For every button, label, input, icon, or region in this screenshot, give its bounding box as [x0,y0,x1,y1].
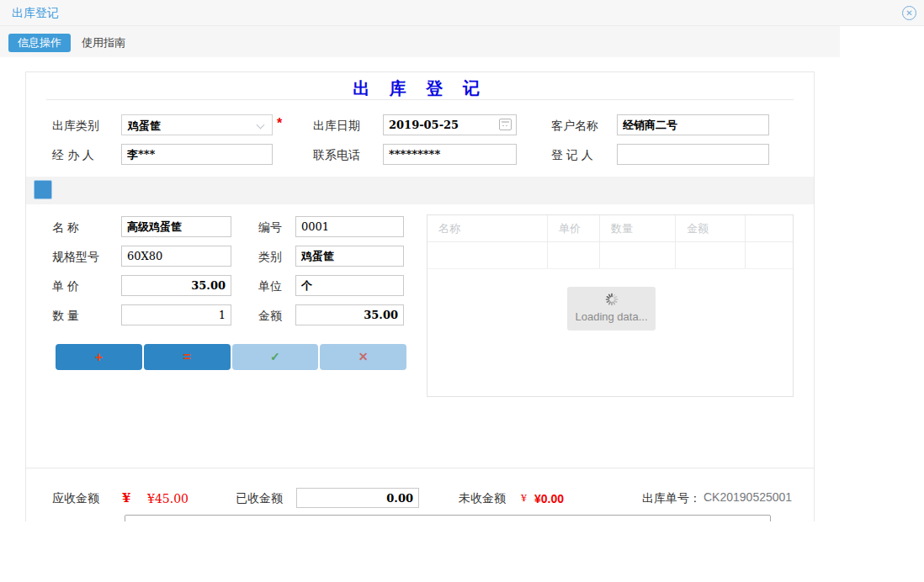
item-price-input[interactable] [121,275,231,296]
unreceived-label: 未收金额 [459,491,506,506]
item-name-label: 名 称 [52,220,79,235]
tab-user-guide[interactable]: 使用指南 [82,34,125,52]
item-qty-input[interactable] [121,304,231,325]
customer-label: 客户名称 [551,119,598,134]
loading-indicator: Loading data... [567,287,656,331]
remarks-box[interactable] [125,515,771,521]
col-header-amount: 金额 [676,215,746,241]
item-category-label: 类别 [258,250,282,265]
toolbar-band [26,177,814,204]
confirm-button[interactable]: ✓ [232,344,319,370]
spinner-icon [605,293,619,306]
col-header-extra [746,215,793,241]
item-spec-input[interactable] [121,246,231,267]
handler-label: 经 办 人 [52,148,94,163]
phone-input[interactable] [383,144,517,165]
add-item-button[interactable]: + [56,344,142,370]
item-unit-label: 单位 [258,279,282,294]
dialog-content: 信息操作 使用指南 出 库 登 记 出库类别 鸡蛋筐 * 出库日期 客户名称 经… [0,26,840,521]
item-amount-label: 金额 [258,309,282,324]
chevron-down-icon [257,121,265,130]
tabstrip: 信息操作 使用指南 [0,26,840,57]
items-table-header: 名称 单价 数量 金额 [427,215,793,242]
item-code-input[interactable] [295,216,404,237]
order-no-label: 出库单号： [642,491,701,506]
tab-info-operation[interactable]: 信息操作 [8,34,71,52]
out-type-select[interactable]: 鸡蛋筐 [121,114,273,135]
form-title: 出 库 登 记 [26,77,814,100]
unreceived-amount: ¥0.00 [534,492,564,505]
cancel-button[interactable]: ✕ [320,344,406,370]
form-panel: 出 库 登 记 出库类别 鸡蛋筐 * 出库日期 客户名称 经 办 人 联系电话 … [25,71,815,521]
received-label: 已收金额 [236,491,283,506]
out-date-label: 出库日期 [313,119,360,134]
item-unit-input[interactable] [295,275,404,296]
item-spec-label: 规格型号 [52,250,99,265]
summary-divider [26,468,814,468]
outbound-registration-dialog: 出库登记 ✕ 信息操作 使用指南 出 库 登 记 出库类别 鸡蛋筐 * 出库日期 [0,0,924,582]
received-input[interactable] [296,488,419,508]
item-price-label: 单 价 [52,279,79,294]
col-header-price: 单价 [548,215,600,241]
col-header-qty: 数量 [600,215,676,241]
loading-text: Loading data... [567,310,656,323]
receivable-label: 应收金额 [52,491,99,506]
customer-input[interactable] [617,114,769,135]
window-title: 出库登记 [12,0,59,25]
item-name-input[interactable] [121,216,231,237]
unreceived-currency: ¥ [521,493,527,504]
registrar-label: 登 记 人 [551,148,593,163]
remove-item-button[interactable]: = [144,344,231,370]
out-date-field [383,114,517,135]
item-amount-input[interactable] [295,304,404,325]
phone-label: 联系电话 [313,148,360,163]
required-asterisk: * [277,116,282,131]
calendar-icon[interactable] [499,119,512,130]
out-type-value: 鸡蛋筐 [128,119,161,134]
item-code-label: 编号 [258,220,282,235]
item-qty-label: 数 量 [52,309,79,324]
receivable-currency: ¥ [122,490,130,505]
out-type-label: 出库类别 [52,119,99,134]
out-date-input[interactable] [383,114,517,135]
item-action-buttons: + = ✓ ✕ [56,344,406,370]
item-category-input[interactable] [295,246,404,267]
blue-square-button[interactable] [34,180,52,199]
table-row [427,242,793,269]
order-no-value: CK20190525001 [704,490,792,504]
handler-input[interactable] [121,144,273,165]
close-icon[interactable]: ✕ [902,6,916,20]
receivable-amount: ¥45.00 [147,492,189,505]
window-titlebar: 出库登记 ✕ [0,0,924,26]
items-table: 名称 单价 数量 金额 [427,214,794,397]
col-header-name: 名称 [427,215,548,241]
registrar-input[interactable] [617,144,769,165]
header-divider [46,99,794,100]
